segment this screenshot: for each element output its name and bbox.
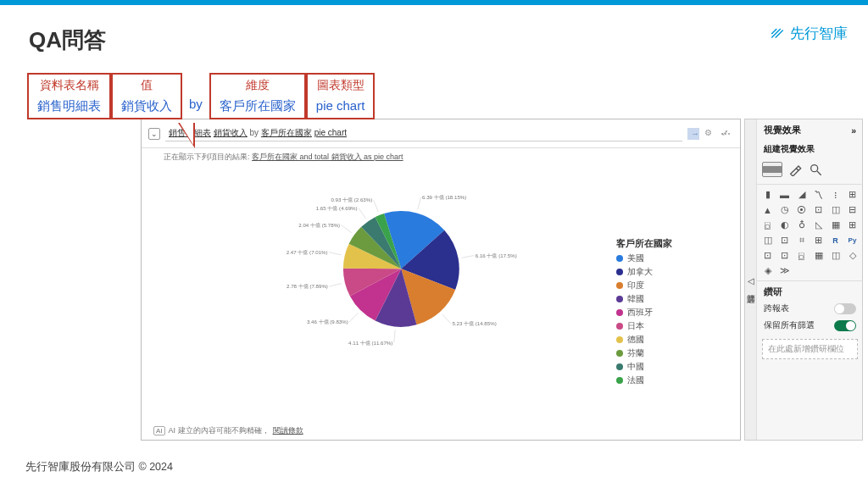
viz-type-icon[interactable]: ◢ [794,188,809,201]
footer-copyright: 先行智庫股份有限公司 © 2024 [25,460,173,474]
qa-query-input[interactable]: 銷售明細表 銷貨收入 by 客戶所在國家 pie chart [165,125,682,141]
slice-label: 6.39 十億 (18.15%) [422,194,466,200]
slice-label: 4.11 十億 (11.67%) [348,340,392,346]
slice-label: 6.16 十億 (17.5%) [476,252,517,258]
panel-title: 視覺效果 [764,125,801,136]
svg-line-9 [374,200,379,212]
svg-line-3 [394,330,395,342]
viz-type-icon[interactable]: ⦿ [794,203,809,216]
keep-filters-toggle[interactable] [834,320,856,331]
legend-item[interactable]: 印度 [616,280,672,291]
slice-label: 2.04 十億 (5.78%) [298,222,340,228]
svg-point-10 [811,165,818,172]
slice-label: 2.47 十億 (7.01%) [287,249,328,255]
anno-charttype-value: pie chart [316,98,365,113]
svg-line-8 [359,208,366,219]
format-visual-icon[interactable] [787,163,803,176]
legend-swatch [616,350,623,357]
viz-type-icon[interactable]: ◫ [760,234,775,247]
viz-type-icon[interactable]: Py [845,234,860,247]
viz-type-icon[interactable]: ▲ [760,203,775,216]
legend-item[interactable]: 美國 [616,252,672,264]
viz-type-icon[interactable]: ▦ [828,219,843,231]
legend-label: 韓國 [627,293,644,305]
legend-swatch [616,336,623,343]
qa-result-hint: 正在顯示下列項目的結果: 客戶所在國家 and total 銷貨收入 as pi… [142,148,740,166]
legend-item[interactable]: 中國 [616,361,672,373]
viz-type-icon[interactable]: ⌗ [794,234,809,247]
legend-label: 德國 [627,334,644,346]
keep-filters-label: 保留所有篩選 [764,319,815,331]
legend-label: 法國 [627,374,644,386]
drill-field-well[interactable]: 在此處新增鑽研欄位 [762,339,858,359]
viz-type-icon[interactable]: ◫ [828,249,843,262]
viz-type-icon[interactable]: ⊞ [845,188,860,201]
panel-collapse-icon[interactable]: » [851,125,856,136]
anno-table-label: 資料表名稱 [37,78,101,93]
viz-type-icon[interactable]: ▦ [811,249,826,262]
slice-label: 1.65 十億 (4.69%) [316,205,358,211]
collapsed-filter-tab[interactable]: ◁ 篩選 [745,119,757,440]
viz-type-icon[interactable]: ⊡ [777,249,792,262]
legend-swatch [616,282,623,289]
viz-type-icon[interactable]: ◇ [845,249,860,262]
viz-type-icon[interactable]: ⊟ [845,203,860,216]
qa-visual-container: ⋯ ⌄ 銷售明細表 銷貨收入 by 客戶所在國家 pie chart → ⚙ ⤢… [141,119,741,441]
legend-item[interactable]: 西班牙 [616,307,672,319]
cross-report-toggle[interactable] [834,303,856,314]
viz-type-icon[interactable]: ⊞ [811,234,826,247]
legend-label: 西班牙 [627,307,653,319]
viz-type-icon[interactable]: ◈ [760,264,775,277]
svg-line-5 [329,284,342,287]
viz-type-icon[interactable]: ≫ [777,264,792,277]
viz-type-icon[interactable]: ⊞ [845,219,860,231]
viz-type-icon[interactable]: R [828,234,843,247]
legend-label: 美國 [627,252,644,264]
viz-type-icon[interactable]: ⌼ [794,249,809,262]
legend-item[interactable]: 韓國 [616,293,672,305]
viz-type-icon[interactable]: ⌼ [760,219,775,231]
svg-line-0 [418,197,421,210]
page-title: QA問答 [0,5,868,55]
analytics-icon[interactable] [808,163,823,176]
viz-type-icon[interactable]: ▬ [777,188,792,201]
viz-type-icon[interactable]: 〽 [811,188,826,201]
legend-item[interactable]: 芬蘭 [616,347,672,359]
drill-section: 鑽研 [757,280,863,300]
legend-item[interactable]: 法國 [616,374,672,386]
viz-type-icon[interactable]: ⊡ [811,203,826,216]
more-options-icon[interactable]: ⋯ [721,128,732,140]
legend-label: 加拿大 [627,266,653,278]
anno-by: by [189,97,203,111]
viz-type-icon[interactable]: ⊡ [760,249,775,262]
viz-type-icon[interactable]: ♁ [794,219,809,231]
viz-type-icon[interactable]: ◫ [828,203,843,216]
viz-type-icon[interactable]: ◺ [811,219,826,231]
legend-label: 日本 [627,320,644,332]
viz-type-icon[interactable]: ▮ [760,188,775,201]
qa-icon[interactable]: ⌄ [148,128,160,140]
viz-type-icon[interactable]: ⊡ [777,234,792,247]
build-visual-icon[interactable] [762,162,782,177]
anno-dim-value: 客戶所在國家 [220,98,296,114]
submit-icon[interactable]: → [687,128,699,140]
anno-dim-label: 維度 [220,78,296,93]
svg-line-1 [462,256,475,258]
legend-swatch [616,377,623,384]
svg-line-2 [442,314,451,324]
viz-type-icon[interactable]: ◐ [777,219,792,231]
settings-icon[interactable]: ⚙ [704,128,716,140]
legend-label: 中國 [627,361,644,373]
anno-charttype-label: 圖表類型 [316,78,365,93]
viz-type-icon[interactable]: ◷ [777,203,792,216]
legend-label: 印度 [627,280,644,291]
legend-swatch [616,309,623,316]
anno-value-value: 銷貨收入 [121,98,172,114]
viz-type-icon[interactable]: ⫶ [828,188,843,201]
legend-item[interactable]: 加拿大 [616,266,672,278]
legend-item[interactable]: 日本 [616,320,672,332]
legend-swatch [616,296,623,302]
legend-swatch [616,269,623,275]
chart-legend: 客戶所在國家 美國加拿大印度韓國西班牙日本德國芬蘭中國法國 [616,238,672,388]
legend-item[interactable]: 德國 [616,334,672,346]
